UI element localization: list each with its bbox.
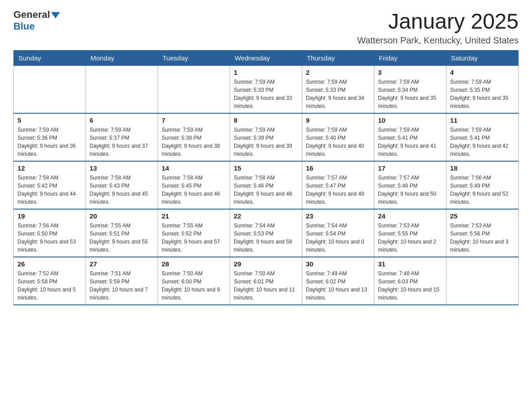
page-header: General Blue January 2025 Watterson Park… xyxy=(13,9,519,46)
logo: General Blue xyxy=(13,9,60,32)
day-info: Sunrise: 7:50 AMSunset: 6:00 PMDaylight:… xyxy=(162,270,226,302)
calendar-cell: 6Sunrise: 7:59 AMSunset: 5:37 PMDaylight… xyxy=(86,113,158,161)
calendar-week-row: 5Sunrise: 7:59 AMSunset: 5:36 PMDaylight… xyxy=(14,113,519,161)
day-number: 3 xyxy=(378,68,442,76)
day-info: Sunrise: 7:57 AMSunset: 5:48 PMDaylight:… xyxy=(378,174,442,206)
day-number: 13 xyxy=(90,164,154,172)
day-info: Sunrise: 7:58 AMSunset: 5:42 PMDaylight:… xyxy=(17,174,82,206)
day-number: 27 xyxy=(90,260,154,268)
day-info: Sunrise: 7:58 AMSunset: 5:46 PMDaylight:… xyxy=(234,174,298,206)
day-number: 21 xyxy=(162,212,226,220)
calendar-cell: 25Sunrise: 7:53 AMSunset: 5:56 PMDayligh… xyxy=(446,209,519,257)
calendar-cell xyxy=(14,66,86,114)
calendar-cell: 23Sunrise: 7:54 AMSunset: 5:54 PMDayligh… xyxy=(302,209,374,257)
day-header-wednesday: Wednesday xyxy=(230,51,302,66)
day-number: 23 xyxy=(306,212,370,220)
calendar-cell: 3Sunrise: 7:59 AMSunset: 5:34 PMDaylight… xyxy=(374,66,446,114)
day-number: 22 xyxy=(234,212,298,220)
day-header-tuesday: Tuesday xyxy=(158,51,230,66)
day-info: Sunrise: 7:58 AMSunset: 5:43 PMDaylight:… xyxy=(90,174,154,206)
day-info: Sunrise: 7:59 AMSunset: 5:38 PMDaylight:… xyxy=(162,126,226,158)
calendar-cell: 5Sunrise: 7:59 AMSunset: 5:36 PMDaylight… xyxy=(14,113,86,161)
day-info: Sunrise: 7:59 AMSunset: 5:41 PMDaylight:… xyxy=(378,126,442,158)
calendar-cell: 30Sunrise: 7:49 AMSunset: 6:02 PMDayligh… xyxy=(302,257,374,305)
calendar-cell: 2Sunrise: 7:59 AMSunset: 5:33 PMDaylight… xyxy=(302,66,374,114)
calendar-header-row: SundayMondayTuesdayWednesdayThursdayFrid… xyxy=(14,51,519,66)
logo-arrow-icon xyxy=(51,12,60,18)
calendar-cell: 31Sunrise: 7:48 AMSunset: 6:03 PMDayligh… xyxy=(374,257,446,305)
day-header-monday: Monday xyxy=(86,51,158,66)
calendar-cell: 20Sunrise: 7:55 AMSunset: 5:51 PMDayligh… xyxy=(86,209,158,257)
day-number: 24 xyxy=(378,212,442,220)
location: Watterson Park, Kentucky, United States xyxy=(357,35,519,46)
logo-blue-text: Blue xyxy=(13,21,35,32)
day-number: 15 xyxy=(234,164,298,172)
day-header-saturday: Saturday xyxy=(446,51,519,66)
calendar-cell: 1Sunrise: 7:59 AMSunset: 5:33 PMDaylight… xyxy=(230,66,302,114)
day-info: Sunrise: 7:48 AMSunset: 6:03 PMDaylight:… xyxy=(378,270,442,302)
day-info: Sunrise: 7:49 AMSunset: 6:02 PMDaylight:… xyxy=(306,270,370,302)
day-number: 25 xyxy=(450,212,515,220)
calendar-cell xyxy=(86,66,158,114)
day-number: 1 xyxy=(234,68,298,76)
calendar-cell: 24Sunrise: 7:53 AMSunset: 5:55 PMDayligh… xyxy=(374,209,446,257)
calendar-cell: 29Sunrise: 7:50 AMSunset: 6:01 PMDayligh… xyxy=(230,257,302,305)
day-number: 6 xyxy=(90,116,154,124)
calendar-cell: 18Sunrise: 7:56 AMSunset: 5:49 PMDayligh… xyxy=(446,161,519,209)
calendar-cell: 21Sunrise: 7:55 AMSunset: 5:52 PMDayligh… xyxy=(158,209,230,257)
calendar-cell: 12Sunrise: 7:58 AMSunset: 5:42 PMDayligh… xyxy=(14,161,86,209)
day-number: 30 xyxy=(306,260,370,268)
day-info: Sunrise: 7:56 AMSunset: 5:49 PMDaylight:… xyxy=(450,174,515,206)
day-info: Sunrise: 7:59 AMSunset: 5:41 PMDaylight:… xyxy=(450,126,515,158)
day-number: 8 xyxy=(234,116,298,124)
day-info: Sunrise: 7:56 AMSunset: 5:50 PMDaylight:… xyxy=(17,222,82,254)
logo-general-text: General xyxy=(13,9,50,21)
day-header-sunday: Sunday xyxy=(14,51,86,66)
calendar-cell: 10Sunrise: 7:59 AMSunset: 5:41 PMDayligh… xyxy=(374,113,446,161)
day-number: 31 xyxy=(378,260,442,268)
day-number: 10 xyxy=(378,116,442,124)
day-info: Sunrise: 7:59 AMSunset: 5:34 PMDaylight:… xyxy=(378,78,442,110)
calendar-cell: 22Sunrise: 7:54 AMSunset: 5:53 PMDayligh… xyxy=(230,209,302,257)
day-number: 2 xyxy=(306,68,370,76)
day-number: 18 xyxy=(450,164,515,172)
calendar-cell: 7Sunrise: 7:59 AMSunset: 5:38 PMDaylight… xyxy=(158,113,230,161)
calendar-cell: 28Sunrise: 7:50 AMSunset: 6:00 PMDayligh… xyxy=(158,257,230,305)
day-number: 4 xyxy=(450,68,515,76)
day-info: Sunrise: 7:59 AMSunset: 5:40 PMDaylight:… xyxy=(306,126,370,158)
day-number: 20 xyxy=(90,212,154,220)
day-number: 28 xyxy=(162,260,226,268)
day-header-friday: Friday xyxy=(374,51,446,66)
day-number: 5 xyxy=(17,116,82,124)
calendar-week-row: 1Sunrise: 7:59 AMSunset: 5:33 PMDaylight… xyxy=(14,66,519,114)
day-info: Sunrise: 7:57 AMSunset: 5:47 PMDaylight:… xyxy=(306,174,370,206)
day-info: Sunrise: 7:58 AMSunset: 5:45 PMDaylight:… xyxy=(162,174,226,206)
day-info: Sunrise: 7:59 AMSunset: 5:36 PMDaylight:… xyxy=(17,126,82,158)
day-info: Sunrise: 7:53 AMSunset: 5:55 PMDaylight:… xyxy=(378,222,442,254)
calendar-cell: 11Sunrise: 7:59 AMSunset: 5:41 PMDayligh… xyxy=(446,113,519,161)
calendar-cell: 15Sunrise: 7:58 AMSunset: 5:46 PMDayligh… xyxy=(230,161,302,209)
month-title: January 2025 xyxy=(357,9,519,34)
day-info: Sunrise: 7:54 AMSunset: 5:54 PMDaylight:… xyxy=(306,222,370,254)
day-info: Sunrise: 7:55 AMSunset: 5:51 PMDaylight:… xyxy=(90,222,154,254)
logo-text: General xyxy=(13,9,60,21)
calendar-week-row: 19Sunrise: 7:56 AMSunset: 5:50 PMDayligh… xyxy=(14,209,519,257)
calendar-cell: 8Sunrise: 7:59 AMSunset: 5:39 PMDaylight… xyxy=(230,113,302,161)
calendar-cell: 14Sunrise: 7:58 AMSunset: 5:45 PMDayligh… xyxy=(158,161,230,209)
day-info: Sunrise: 7:59 AMSunset: 5:33 PMDaylight:… xyxy=(306,78,370,110)
day-info: Sunrise: 7:53 AMSunset: 5:56 PMDaylight:… xyxy=(450,222,515,254)
day-number: 9 xyxy=(306,116,370,124)
calendar-cell: 27Sunrise: 7:51 AMSunset: 5:59 PMDayligh… xyxy=(86,257,158,305)
calendar-cell: 19Sunrise: 7:56 AMSunset: 5:50 PMDayligh… xyxy=(14,209,86,257)
day-info: Sunrise: 7:51 AMSunset: 5:59 PMDaylight:… xyxy=(90,270,154,302)
day-number: 26 xyxy=(17,260,82,268)
day-info: Sunrise: 7:52 AMSunset: 5:58 PMDaylight:… xyxy=(17,270,82,302)
day-info: Sunrise: 7:59 AMSunset: 5:35 PMDaylight:… xyxy=(450,78,515,110)
day-info: Sunrise: 7:59 AMSunset: 5:39 PMDaylight:… xyxy=(234,126,298,158)
day-number: 11 xyxy=(450,116,515,124)
calendar-cell xyxy=(158,66,230,114)
day-number: 19 xyxy=(17,212,82,220)
day-number: 14 xyxy=(162,164,226,172)
day-number: 17 xyxy=(378,164,442,172)
day-number: 29 xyxy=(234,260,298,268)
